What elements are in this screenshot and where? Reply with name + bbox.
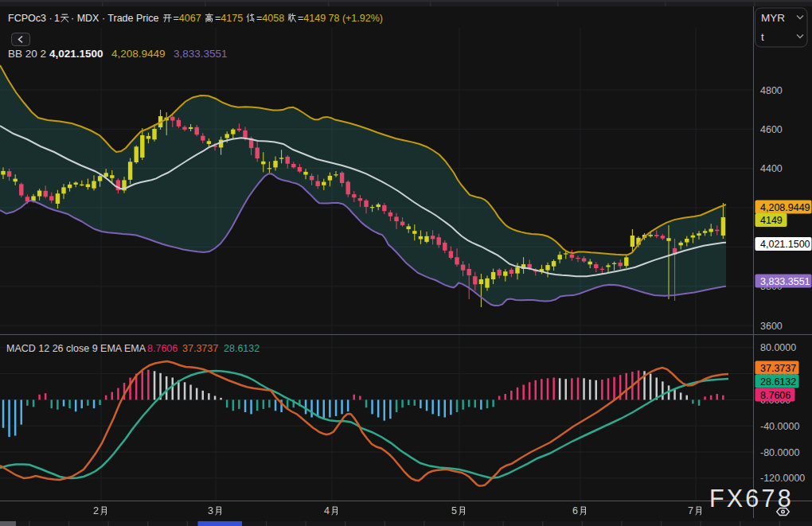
svg-text:4,208.9449: 4,208.9449 (111, 48, 166, 60)
svg-text:37.3737: 37.3737 (182, 343, 218, 354)
svg-text:3: 3 (208, 505, 213, 516)
svg-text:BB 20 2: BB 20 2 (8, 48, 46, 60)
svg-text:· MDX · Trade Price: · MDX · Trade Price (71, 13, 158, 24)
svg-text:6: 6 (572, 505, 578, 516)
svg-text:t: t (761, 31, 764, 43)
svg-text:FCPOc3 ·: FCPOc3 · (8, 13, 53, 24)
svg-text:28.6132: 28.6132 (760, 376, 796, 388)
svg-text:=4067: =4067 (174, 13, 201, 24)
svg-text:3,833.3551: 3,833.3551 (760, 276, 810, 287)
svg-text:8.7606: 8.7606 (147, 343, 178, 354)
svg-text:MACD 12 26 close 9 EMA EMA: MACD 12 26 close 9 EMA EMA (6, 343, 146, 354)
svg-text:2: 2 (93, 505, 99, 516)
svg-text:78 (+1.92%): 78 (+1.92%) (329, 13, 383, 24)
svg-text:80.0000: 80.0000 (760, 342, 796, 353)
svg-text:FX678: FX678 (709, 485, 794, 512)
svg-text:28.6132: 28.6132 (224, 343, 260, 354)
svg-text:=4149: =4149 (298, 13, 326, 24)
svg-text:4,208.9449: 4,208.9449 (760, 202, 810, 213)
svg-text:8.7606: 8.7606 (760, 390, 791, 401)
svg-text:4149: 4149 (760, 215, 783, 226)
svg-text:3600: 3600 (760, 321, 783, 332)
svg-text:=4058: =4058 (256, 13, 284, 24)
svg-text:4: 4 (324, 505, 330, 516)
svg-text:5: 5 (451, 505, 457, 516)
svg-text:-120.0000: -120.0000 (760, 473, 805, 484)
svg-text:4800: 4800 (760, 85, 783, 96)
svg-text:7: 7 (688, 505, 693, 516)
svg-text:1: 1 (54, 13, 60, 24)
svg-text:37.3737: 37.3737 (760, 363, 796, 374)
svg-text:4400: 4400 (760, 163, 783, 174)
svg-text:=4175: =4175 (215, 13, 243, 24)
svg-text:3,833.3551: 3,833.3551 (174, 48, 228, 60)
svg-text:4,021.1500: 4,021.1500 (760, 239, 810, 250)
svg-text:4600: 4600 (760, 124, 783, 135)
svg-text:-80.0000: -80.0000 (760, 447, 799, 458)
svg-text:-40.0000: -40.0000 (760, 421, 799, 432)
svg-text:MYR: MYR (761, 12, 785, 24)
svg-text:4,021.1500: 4,021.1500 (49, 48, 103, 60)
